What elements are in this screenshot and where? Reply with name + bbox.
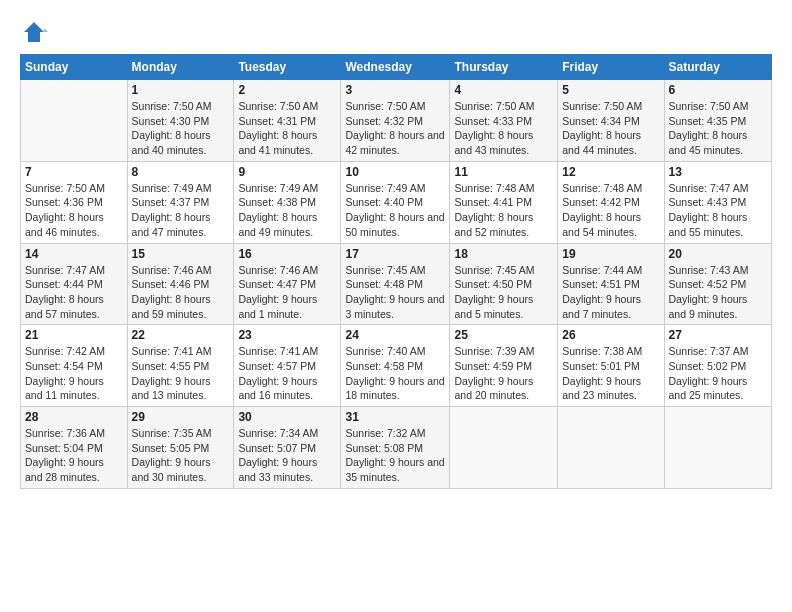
- calendar-cell: 22Sunrise: 7:41 AMSunset: 4:55 PMDayligh…: [127, 325, 234, 407]
- calendar-cell: 17Sunrise: 7:45 AMSunset: 4:48 PMDayligh…: [341, 243, 450, 325]
- calendar-cell: 28Sunrise: 7:36 AMSunset: 5:04 PMDayligh…: [21, 407, 128, 489]
- day-info: Sunrise: 7:46 AMSunset: 4:46 PMDaylight:…: [132, 263, 230, 322]
- day-info: Sunrise: 7:34 AMSunset: 5:07 PMDaylight:…: [238, 426, 336, 485]
- day-number: 31: [345, 410, 445, 424]
- day-number: 23: [238, 328, 336, 342]
- logo-icon: [20, 18, 48, 46]
- day-number: 10: [345, 165, 445, 179]
- day-info: Sunrise: 7:42 AMSunset: 4:54 PMDaylight:…: [25, 344, 123, 403]
- weekday-header: Thursday: [450, 55, 558, 80]
- day-number: 21: [25, 328, 123, 342]
- day-number: 24: [345, 328, 445, 342]
- day-info: Sunrise: 7:50 AMSunset: 4:31 PMDaylight:…: [238, 99, 336, 158]
- calendar-cell: 16Sunrise: 7:46 AMSunset: 4:47 PMDayligh…: [234, 243, 341, 325]
- calendar-week-row: 7Sunrise: 7:50 AMSunset: 4:36 PMDaylight…: [21, 161, 772, 243]
- page: SundayMondayTuesdayWednesdayThursdayFrid…: [0, 0, 792, 499]
- day-number: 12: [562, 165, 659, 179]
- day-info: Sunrise: 7:47 AMSunset: 4:44 PMDaylight:…: [25, 263, 123, 322]
- day-number: 17: [345, 247, 445, 261]
- calendar-cell: 26Sunrise: 7:38 AMSunset: 5:01 PMDayligh…: [558, 325, 664, 407]
- day-info: Sunrise: 7:48 AMSunset: 4:41 PMDaylight:…: [454, 181, 553, 240]
- day-number: 20: [669, 247, 767, 261]
- calendar-cell: 18Sunrise: 7:45 AMSunset: 4:50 PMDayligh…: [450, 243, 558, 325]
- day-info: Sunrise: 7:41 AMSunset: 4:57 PMDaylight:…: [238, 344, 336, 403]
- day-number: 7: [25, 165, 123, 179]
- calendar-week-row: 14Sunrise: 7:47 AMSunset: 4:44 PMDayligh…: [21, 243, 772, 325]
- day-info: Sunrise: 7:49 AMSunset: 4:40 PMDaylight:…: [345, 181, 445, 240]
- day-info: Sunrise: 7:50 AMSunset: 4:32 PMDaylight:…: [345, 99, 445, 158]
- calendar-cell: 31Sunrise: 7:32 AMSunset: 5:08 PMDayligh…: [341, 407, 450, 489]
- calendar-cell: 5Sunrise: 7:50 AMSunset: 4:34 PMDaylight…: [558, 80, 664, 162]
- day-info: Sunrise: 7:39 AMSunset: 4:59 PMDaylight:…: [454, 344, 553, 403]
- calendar-cell: 4Sunrise: 7:50 AMSunset: 4:33 PMDaylight…: [450, 80, 558, 162]
- svg-marker-0: [24, 22, 44, 42]
- calendar-cell: [664, 407, 771, 489]
- day-info: Sunrise: 7:45 AMSunset: 4:48 PMDaylight:…: [345, 263, 445, 322]
- calendar-cell: 9Sunrise: 7:49 AMSunset: 4:38 PMDaylight…: [234, 161, 341, 243]
- day-info: Sunrise: 7:43 AMSunset: 4:52 PMDaylight:…: [669, 263, 767, 322]
- calendar-table: SundayMondayTuesdayWednesdayThursdayFrid…: [20, 54, 772, 489]
- day-number: 22: [132, 328, 230, 342]
- weekday-header: Sunday: [21, 55, 128, 80]
- calendar-cell: 6Sunrise: 7:50 AMSunset: 4:35 PMDaylight…: [664, 80, 771, 162]
- calendar-cell: 2Sunrise: 7:50 AMSunset: 4:31 PMDaylight…: [234, 80, 341, 162]
- calendar-cell: 8Sunrise: 7:49 AMSunset: 4:37 PMDaylight…: [127, 161, 234, 243]
- calendar-header-row: SundayMondayTuesdayWednesdayThursdayFrid…: [21, 55, 772, 80]
- weekday-header: Tuesday: [234, 55, 341, 80]
- header: [20, 18, 772, 46]
- day-number: 29: [132, 410, 230, 424]
- day-number: 1: [132, 83, 230, 97]
- day-info: Sunrise: 7:45 AMSunset: 4:50 PMDaylight:…: [454, 263, 553, 322]
- calendar-cell: 12Sunrise: 7:48 AMSunset: 4:42 PMDayligh…: [558, 161, 664, 243]
- day-info: Sunrise: 7:47 AMSunset: 4:43 PMDaylight:…: [669, 181, 767, 240]
- day-number: 4: [454, 83, 553, 97]
- calendar-cell: 29Sunrise: 7:35 AMSunset: 5:05 PMDayligh…: [127, 407, 234, 489]
- day-info: Sunrise: 7:50 AMSunset: 4:36 PMDaylight:…: [25, 181, 123, 240]
- day-number: 25: [454, 328, 553, 342]
- calendar-week-row: 1Sunrise: 7:50 AMSunset: 4:30 PMDaylight…: [21, 80, 772, 162]
- day-number: 15: [132, 247, 230, 261]
- day-number: 3: [345, 83, 445, 97]
- calendar-cell: 21Sunrise: 7:42 AMSunset: 4:54 PMDayligh…: [21, 325, 128, 407]
- day-info: Sunrise: 7:36 AMSunset: 5:04 PMDaylight:…: [25, 426, 123, 485]
- calendar-week-row: 28Sunrise: 7:36 AMSunset: 5:04 PMDayligh…: [21, 407, 772, 489]
- day-number: 16: [238, 247, 336, 261]
- calendar-cell: 10Sunrise: 7:49 AMSunset: 4:40 PMDayligh…: [341, 161, 450, 243]
- weekday-header: Friday: [558, 55, 664, 80]
- weekday-header: Monday: [127, 55, 234, 80]
- calendar-week-row: 21Sunrise: 7:42 AMSunset: 4:54 PMDayligh…: [21, 325, 772, 407]
- day-number: 30: [238, 410, 336, 424]
- day-info: Sunrise: 7:41 AMSunset: 4:55 PMDaylight:…: [132, 344, 230, 403]
- day-info: Sunrise: 7:37 AMSunset: 5:02 PMDaylight:…: [669, 344, 767, 403]
- day-number: 28: [25, 410, 123, 424]
- calendar-cell: 11Sunrise: 7:48 AMSunset: 4:41 PMDayligh…: [450, 161, 558, 243]
- day-number: 5: [562, 83, 659, 97]
- calendar-cell: 23Sunrise: 7:41 AMSunset: 4:57 PMDayligh…: [234, 325, 341, 407]
- day-number: 2: [238, 83, 336, 97]
- day-info: Sunrise: 7:50 AMSunset: 4:33 PMDaylight:…: [454, 99, 553, 158]
- day-info: Sunrise: 7:32 AMSunset: 5:08 PMDaylight:…: [345, 426, 445, 485]
- day-number: 8: [132, 165, 230, 179]
- calendar-cell: 7Sunrise: 7:50 AMSunset: 4:36 PMDaylight…: [21, 161, 128, 243]
- day-number: 13: [669, 165, 767, 179]
- day-number: 19: [562, 247, 659, 261]
- calendar-cell: 14Sunrise: 7:47 AMSunset: 4:44 PMDayligh…: [21, 243, 128, 325]
- day-number: 27: [669, 328, 767, 342]
- day-info: Sunrise: 7:46 AMSunset: 4:47 PMDaylight:…: [238, 263, 336, 322]
- day-number: 14: [25, 247, 123, 261]
- weekday-header: Wednesday: [341, 55, 450, 80]
- logo: [20, 18, 52, 46]
- day-number: 9: [238, 165, 336, 179]
- day-info: Sunrise: 7:49 AMSunset: 4:38 PMDaylight:…: [238, 181, 336, 240]
- day-number: 18: [454, 247, 553, 261]
- calendar-cell: [558, 407, 664, 489]
- day-info: Sunrise: 7:40 AMSunset: 4:58 PMDaylight:…: [345, 344, 445, 403]
- calendar-cell: 1Sunrise: 7:50 AMSunset: 4:30 PMDaylight…: [127, 80, 234, 162]
- day-number: 6: [669, 83, 767, 97]
- calendar-cell: 13Sunrise: 7:47 AMSunset: 4:43 PMDayligh…: [664, 161, 771, 243]
- calendar-cell: 20Sunrise: 7:43 AMSunset: 4:52 PMDayligh…: [664, 243, 771, 325]
- day-number: 26: [562, 328, 659, 342]
- weekday-header: Saturday: [664, 55, 771, 80]
- calendar-cell: 30Sunrise: 7:34 AMSunset: 5:07 PMDayligh…: [234, 407, 341, 489]
- day-info: Sunrise: 7:50 AMSunset: 4:30 PMDaylight:…: [132, 99, 230, 158]
